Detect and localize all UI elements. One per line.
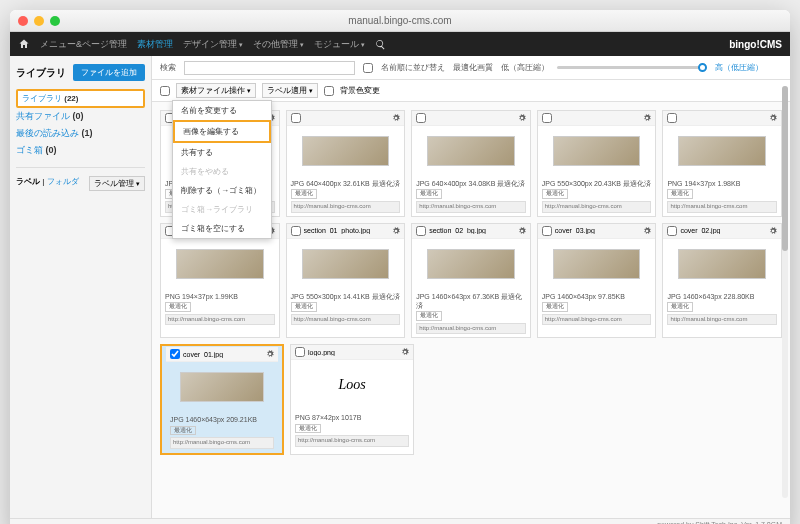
- card-checkbox[interactable]: [667, 226, 677, 236]
- card-checkbox[interactable]: [416, 113, 426, 123]
- gear-icon[interactable]: [769, 114, 777, 122]
- card-checkbox[interactable]: [542, 113, 552, 123]
- opt-badge: 最適化: [416, 189, 442, 199]
- search-icon[interactable]: [375, 39, 386, 50]
- add-file-button[interactable]: ファイルを追加: [73, 64, 145, 81]
- brand-logo: bingo!CMS: [729, 39, 782, 50]
- card-url[interactable]: http://manual.bingo-cms.com: [165, 314, 275, 326]
- quality-high-label: 高（低圧縮）: [715, 62, 763, 73]
- asset-card[interactable]: cover_01.jpgJPG 1460×643px 209.21KB最適化ht…: [160, 344, 284, 455]
- label-mgmt-button[interactable]: ラベル管理: [89, 176, 145, 191]
- maximize-window-button[interactable]: [50, 16, 60, 26]
- gear-icon[interactable]: [401, 348, 409, 356]
- minimize-window-button[interactable]: [34, 16, 44, 26]
- card-checkbox[interactable]: [291, 226, 301, 236]
- asset-card[interactable]: JPG 550×300px 20.43KB 最適化済最適化http://manu…: [537, 110, 657, 217]
- file-ops-select[interactable]: 素材ファイル操作: [176, 83, 256, 98]
- nav-design[interactable]: デザイン管理: [183, 38, 243, 51]
- nav-material[interactable]: 素材管理: [137, 38, 173, 51]
- opt-badge: 最適化: [667, 302, 693, 312]
- menu-item[interactable]: 共有する: [173, 143, 271, 162]
- slider-knob[interactable]: [698, 63, 707, 72]
- card-url[interactable]: http://manual.bingo-cms.com: [667, 314, 777, 326]
- card-checkbox[interactable]: [667, 113, 677, 123]
- card-url[interactable]: http://manual.bingo-cms.com: [667, 201, 777, 213]
- scrollbar-handle[interactable]: [782, 86, 788, 251]
- card-meta: JPG 640×400px 32.61KB 最適化済: [291, 179, 401, 188]
- asset-card[interactable]: section_01_photo.jpgJPG 550×300px 14.41K…: [286, 223, 406, 339]
- gear-icon[interactable]: [769, 227, 777, 235]
- sidebar-item-ライブラリ[interactable]: ライブラリ (22): [16, 89, 145, 108]
- asset-card[interactable]: PNG 194×37px 1.98KB最適化http://manual.bing…: [662, 110, 782, 217]
- gear-icon[interactable]: [643, 114, 651, 122]
- menu-item: ゴミ箱→ライブラリ: [173, 200, 271, 219]
- card-meta: PNG 194×37px 1.98KB: [667, 179, 777, 188]
- tab-folder[interactable]: フォルダ: [47, 177, 79, 186]
- card-meta: JPG 1460×643px 67.36KB 最適化済: [416, 292, 526, 310]
- opt-badge: 最適化: [170, 426, 196, 436]
- sidebar-item-共有ファイル[interactable]: 共有ファイル (0): [16, 108, 145, 125]
- sidebar-item-ゴミ箱[interactable]: ゴミ箱 (0): [16, 142, 145, 159]
- card-url[interactable]: http://manual.bingo-cms.com: [542, 201, 652, 213]
- label-apply-select[interactable]: ラベル適用: [262, 83, 318, 98]
- card-meta: JPG 1460×643px 209.21KB: [170, 415, 274, 424]
- card-checkbox[interactable]: [542, 226, 552, 236]
- opt-badge: 最適化: [416, 311, 442, 321]
- nav-module[interactable]: モジュール: [314, 38, 365, 51]
- menu-item[interactable]: 画像を編集する: [173, 120, 271, 143]
- card-checkbox[interactable]: [291, 113, 301, 123]
- card-url[interactable]: http://manual.bingo-cms.com: [291, 201, 401, 213]
- asset-card[interactable]: cover_02.jpgJPG 1460×643px 228.80KB最適化ht…: [662, 223, 782, 339]
- gear-icon[interactable]: [643, 227, 651, 235]
- close-window-button[interactable]: [18, 16, 28, 26]
- bg-change-label: 背景色変更: [340, 85, 380, 96]
- card-meta: JPG 640×400px 34.08KB 最適化済: [416, 179, 526, 188]
- select-all-checkbox[interactable]: [160, 86, 170, 96]
- card-meta: JPG 550×300px 14.41KB 最適化済: [291, 292, 401, 301]
- gear-icon[interactable]: [518, 227, 526, 235]
- thumbnail: [553, 136, 641, 166]
- sort-name-checkbox[interactable]: [363, 63, 373, 73]
- window-titlebar: manual.bingo-cms.com: [10, 10, 790, 32]
- gear-icon[interactable]: [266, 350, 274, 358]
- card-url[interactable]: http://manual.bingo-cms.com: [416, 201, 526, 213]
- card-url[interactable]: http://manual.bingo-cms.com: [416, 323, 526, 335]
- bg-change-checkbox[interactable]: [324, 86, 334, 96]
- menu-item[interactable]: 削除する（→ゴミ箱）: [173, 181, 271, 200]
- card-checkbox[interactable]: [416, 226, 426, 236]
- card-filename: cover_01.jpg: [183, 351, 263, 358]
- card-url[interactable]: http://manual.bingo-cms.com: [170, 437, 274, 449]
- nav-other[interactable]: その他管理: [253, 38, 304, 51]
- gear-icon[interactable]: [518, 114, 526, 122]
- asset-card[interactable]: JPG 640×400px 32.61KB 最適化済最適化http://manu…: [286, 110, 406, 217]
- asset-card[interactable]: logo.pngLoosPNG 87×42px 1017B最適化http://m…: [290, 344, 414, 455]
- quality-slider[interactable]: [557, 66, 707, 69]
- menu-item[interactable]: ゴミ箱を空にする: [173, 219, 271, 238]
- asset-card[interactable]: JPG 640×400px 34.08KB 最適化済最適化http://manu…: [411, 110, 531, 217]
- card-checkbox[interactable]: [295, 347, 305, 357]
- tab-label[interactable]: ラベル: [16, 177, 40, 186]
- opt-quality-label: 最適化画質: [453, 62, 493, 73]
- asset-card[interactable]: section_02_bg.jpgJPG 1460×643px 67.36KB …: [411, 223, 531, 339]
- card-meta: JPG 1460×643px 97.85KB: [542, 292, 652, 301]
- scrollbar[interactable]: [782, 86, 788, 498]
- home-icon[interactable]: [18, 38, 30, 50]
- card-url[interactable]: http://manual.bingo-cms.com: [295, 435, 409, 447]
- asset-card[interactable]: PNG 194×37px 1.99KB最適化http://manual.bing…: [160, 223, 280, 339]
- asset-card[interactable]: cover_03.jpgJPG 1460×643px 97.85KB最適化htt…: [537, 223, 657, 339]
- nav-menu-pages[interactable]: メニュー&ページ管理: [40, 38, 127, 51]
- sidebar: ライブラリ ファイルを追加 ライブラリ (22)共有ファイル (0)最後の読み込…: [10, 56, 152, 518]
- sidebar-item-最後の読み込み[interactable]: 最後の読み込み (1): [16, 125, 145, 142]
- sort-name-label: 名前順に並び替え: [381, 62, 445, 73]
- card-url[interactable]: http://manual.bingo-cms.com: [291, 314, 401, 326]
- menu-item[interactable]: 名前を変更する: [173, 101, 271, 120]
- thumbnail: [180, 372, 263, 402]
- gear-icon[interactable]: [392, 227, 400, 235]
- card-url[interactable]: http://manual.bingo-cms.com: [542, 314, 652, 326]
- search-input[interactable]: [184, 61, 355, 75]
- address-bar[interactable]: manual.bingo-cms.com: [348, 15, 451, 26]
- divider: [16, 167, 145, 168]
- card-checkbox[interactable]: [170, 349, 180, 359]
- gear-icon[interactable]: [392, 114, 400, 122]
- thumbnail: [427, 249, 515, 279]
